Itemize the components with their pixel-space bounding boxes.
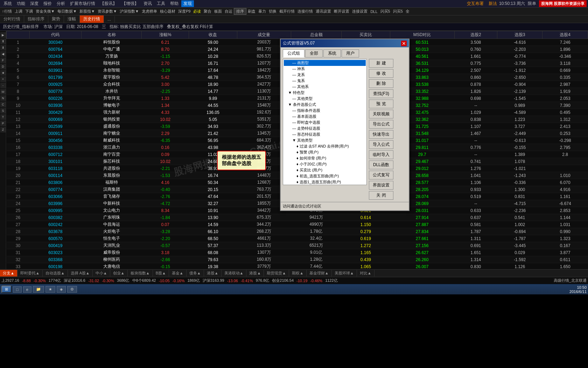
tb-updown[interactable]: ↑行情 — [1, 8, 13, 14]
tree-item-condition[interactable]: ▼ 条件选股公式 — [284, 102, 366, 108]
tab-system[interactable]: 系统 — [323, 49, 341, 57]
tree-item-gui[interactable]: — 鬼系 — [284, 78, 366, 84]
sidebar-btn-8[interactable]: + — [0, 76, 6, 82]
tb-power[interactable]: 暴力 — [257, 8, 267, 14]
btn-import[interactable]: 导入公式 — [369, 140, 393, 149]
btn-formula-copy[interactable]: 公式复写 — [369, 171, 393, 179]
sidebar-btn-4[interactable]: ◀ — [0, 51, 6, 57]
menu-depth[interactable]: 深度 — [28, 0, 41, 7]
tree-item-trend[interactable]: — 走势特征选股 — [284, 125, 366, 131]
btn-dll[interactable]: DLL函数 — [369, 161, 393, 169]
tb-depth[interactable]: 深度P9 — [177, 8, 192, 14]
bottom-tab-hk[interactable]: 港股▲ — [204, 270, 222, 277]
win-start-button[interactable]: ⊞ — [1, 286, 12, 293]
btn-preview[interactable]: 预 览 — [369, 100, 393, 108]
bottom-tab-sme[interactable]: 中小▲ — [93, 270, 110, 277]
bottom-tab-us-hk[interactable]: 美港联动▲ — [222, 270, 247, 277]
sidebar-btn-1[interactable]: ▶ — [0, 32, 6, 38]
table-row[interactable]: 26 600382 广东明珠 -1.84 13.90 675.3万 9421万 … — [7, 214, 588, 221]
tb-gather[interactable]: 聚合 — [202, 8, 213, 14]
tree-item-warning[interactable]: ♦ 预警 (用户) — [284, 149, 366, 155]
bottom-tab-b-stock[interactable]: B股▲ — [153, 270, 169, 277]
menu-system[interactable]: 系统 — [1, 0, 14, 7]
tree-item-special[interactable]: ▼ 特色型 — [284, 90, 366, 96]
taskbar-item-app3[interactable]: ⚙ — [67, 286, 77, 293]
dialog-close-button[interactable]: ✕ — [401, 41, 407, 46]
tb-conn-set[interactable]: 连接设置 — [351, 8, 369, 14]
table-row[interactable]: 33 600198 大唐电信 -0.15 19.38 3779万 7.44亿 1… — [7, 263, 588, 270]
tab-indicator[interactable]: 指标排序 — [24, 15, 48, 23]
tb-newindex[interactable]: 新股指▼ — [78, 8, 96, 14]
taskbar-item-app2[interactable]: ◈ — [57, 286, 66, 293]
sidebar-btn-13[interactable]: S — [0, 108, 6, 114]
table-row[interactable]: 28 603678 火炬电子 -3.28 66.10 268.2万 1.78亿 … — [7, 228, 588, 235]
tb-capital[interactable]: 资金失衡▼ — [34, 8, 56, 14]
tree-item-other-type[interactable]: — 其他类型 — [284, 96, 366, 102]
bottom-tab-wealth[interactable]: 基金理财▲ — [307, 270, 332, 277]
tb-all[interactable]: 全 — [404, 8, 411, 14]
btn-edit[interactable]: 修 改 — [369, 69, 393, 78]
tb-flash5a[interactable]: 闪买5 — [379, 8, 392, 14]
tb-flash5b[interactable]: 闪买5 — [392, 8, 404, 14]
menu-quote[interactable]: 报价 — [41, 0, 54, 7]
bottom-tab-auto-select[interactable]: 自动选股▲ — [43, 270, 68, 277]
bottom-tab-block[interactable]: 板块指数▲ — [128, 270, 153, 277]
sidebar-btn-15[interactable]: P — [0, 121, 6, 126]
menu-discover[interactable]: 发现 — [181, 0, 194, 7]
bottom-tab-gem[interactable]: 创业▲ — [110, 270, 128, 277]
menu-interact[interactable]: 交互布署 — [465, 0, 486, 7]
bottom-tab-bond[interactable]: 债务▲ — [187, 270, 204, 277]
tab-jushi[interactable]: 聚势 — [48, 15, 64, 23]
menu-help[interactable]: 帮助 — [168, 0, 181, 7]
bottom-tab-futures[interactable]: 期货现货▲ — [264, 270, 289, 277]
tb-dll[interactable]: DLL — [369, 9, 379, 14]
tree-item-filter[interactable]: ♦ 过滤 去ST AND 去停牌(用户) — [284, 143, 366, 149]
tb-auto[interactable]: 自运 — [223, 8, 234, 14]
sidebar-btn-14[interactable]: T — [0, 114, 6, 120]
tree-item-shen[interactable]: — 神系 — [284, 66, 366, 72]
taskbar-item-ie[interactable]: e — [23, 286, 31, 293]
menu-extend[interactable]: 扩展市场行情 — [68, 0, 97, 7]
bottom-tab-options[interactable]: 期权▲ — [289, 270, 307, 277]
sidebar-btn-5[interactable]: F — [0, 57, 6, 63]
formula-tree[interactable]: — 画图型 — 神系 — 龙系 — 鬼系 — 其他系 ▼ 特色型 — 其他类型 … — [283, 59, 367, 185]
tab-rise[interactable]: 涨幅 — [64, 15, 80, 23]
tree-item-fundamental[interactable]: — 基本面选股 — [284, 114, 366, 120]
tb-shindex[interactable]: 沪深指数▼ — [118, 8, 140, 14]
taskbar-item-1[interactable]: □ — [13, 286, 22, 293]
table-row[interactable]: 30 600419 天润乳业 -0.57 57.37 113.3万 6521万 … — [7, 242, 588, 249]
tree-item-other-cat[interactable]: ▼ 其他类型 — [284, 137, 366, 143]
menu-function[interactable]: 功能 — [15, 0, 27, 7]
sidebar-btn-10[interactable]: M — [0, 89, 6, 95]
table-row[interactable]: 32 603368 柳州医药 -2.66 79.63 160.8万 1.28亿 … — [7, 256, 588, 263]
sidebar-btn-12[interactable]: C — [0, 102, 6, 107]
menu-info[interactable]: 资讯 — [141, 0, 154, 7]
tb-core[interactable]: 核心题材 — [159, 8, 177, 14]
tb-down[interactable]: 下调 — [24, 8, 34, 14]
btn-ui-settings[interactable]: 界面设置 — [369, 181, 393, 190]
tab-user[interactable]: 用户 — [342, 49, 359, 57]
tree-item-long[interactable]: — 龙系 — [284, 72, 366, 78]
tree-item-pattern[interactable]: — 形态特征选股 — [284, 131, 366, 137]
tree-item-indicator-select[interactable]: — 指标条件选股 — [284, 108, 366, 114]
tb-board[interactable]: 板面 — [213, 8, 223, 14]
tab-more[interactable]: ... — [104, 16, 115, 22]
btn-close[interactable]: 关 闭 — [369, 191, 393, 200]
sidebar-btn-11[interactable]: N — [0, 95, 6, 101]
btn-related-video[interactable]: 关联视频 — [369, 110, 393, 118]
bottom-tab-us[interactable]: 美股环球▲ — [332, 270, 357, 277]
tree-item-initial-select[interactable]: ♦ 初选_选股五部曲(用户) — [284, 173, 366, 179]
tab-realtime[interactable]: 分时行情 — [0, 15, 24, 23]
btn-export[interactable]: 导出公式 — [369, 120, 393, 129]
tree-item-other-sys[interactable]: — 其他系 — [284, 84, 366, 90]
btn-delete[interactable]: 删 除 — [369, 79, 393, 88]
sidebar-btn-6[interactable]: D — [0, 64, 6, 69]
tb-info[interactable]: 资讯参数▼ — [96, 8, 118, 14]
tb-sort[interactable]: 排序 — [234, 8, 246, 15]
tb-daily[interactable]: 每日数据▼ — [56, 8, 78, 14]
tab-all[interactable]: 全部 — [305, 49, 323, 57]
tree-item-ranking[interactable]: ♦ 如何排骨 (用户) — [284, 155, 366, 161]
tree-item-buyratio[interactable]: ♦ 买卖比 (用户) — [284, 167, 366, 173]
bottom-tab-instant[interactable]: 即时委托▲ — [18, 270, 43, 277]
menu-gxun[interactable]: 【股讯】 — [98, 0, 119, 7]
